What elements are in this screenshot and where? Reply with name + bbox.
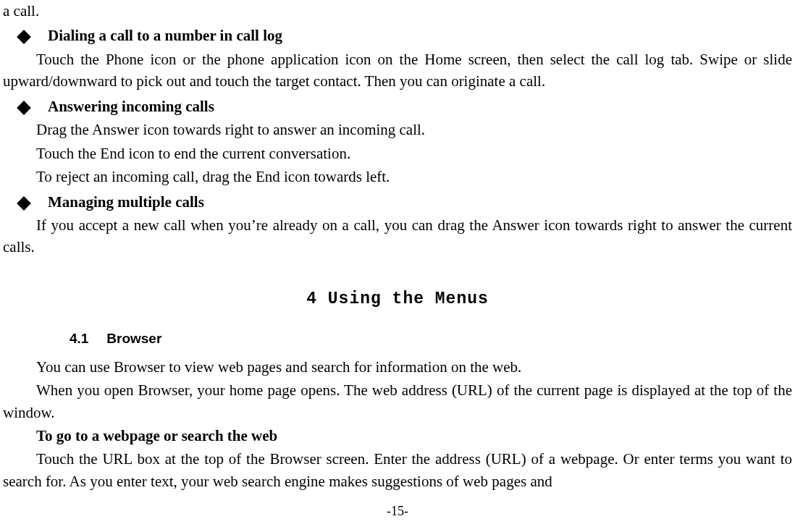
bullet-paragraph: Touch the End icon to end the current co… [3, 143, 792, 164]
subsection-title: Browser [106, 331, 161, 346]
section-heading: 4 Using the Menus [3, 287, 792, 311]
browser-text-container: You can use Browser to view web pages an… [3, 356, 792, 423]
diamond-bullet-icon [17, 101, 31, 115]
diamond-bullet-icon [17, 30, 31, 45]
diamond-bullet-icon [17, 196, 31, 211]
bullet-paragraph: To reject an incoming call, drag the End… [3, 166, 792, 187]
document-page: a call. Dialing a call to a number in ca… [0, 0, 795, 532]
section-number: 4 [306, 290, 317, 308]
browser-paragraph: You can use Browser to view web pages an… [3, 356, 792, 378]
browser-tail-paragraph: Touch the URL box at the top of the Brow… [3, 448, 792, 492]
bullet-title: Dialing a call to a number in call log [48, 25, 282, 46]
bullet-item: Dialing a call to a number in call log [3, 25, 792, 46]
bullet-paragraph: If you accept a new call when you’re alr… [3, 214, 792, 258]
subsection-number: 4.1 [70, 329, 103, 349]
bullet-title: Answering incoming calls [48, 96, 214, 117]
browser-paragraph: When you open Browser, your home page op… [3, 379, 792, 423]
bullet-paragraph: Touch the Phone icon or the phone applic… [3, 48, 792, 93]
bullets-container: Dialing a call to a number in call logTo… [3, 25, 792, 258]
browser-bold-heading: To go to a webpage or search the web [3, 425, 792, 447]
bullet-paragraph: Drag the Answer icon towards right to an… [3, 119, 792, 140]
bullet-title: Managing multiple calls [48, 191, 204, 213]
fragment-top: a call. [3, 0, 792, 22]
page-number: -15- [0, 502, 795, 520]
section-title: Using the Menus [328, 290, 489, 308]
bullet-item: Managing multiple calls [3, 191, 792, 213]
bullet-item: Answering incoming calls [3, 96, 792, 117]
subsection-heading: 4.1 Browser [70, 329, 792, 349]
